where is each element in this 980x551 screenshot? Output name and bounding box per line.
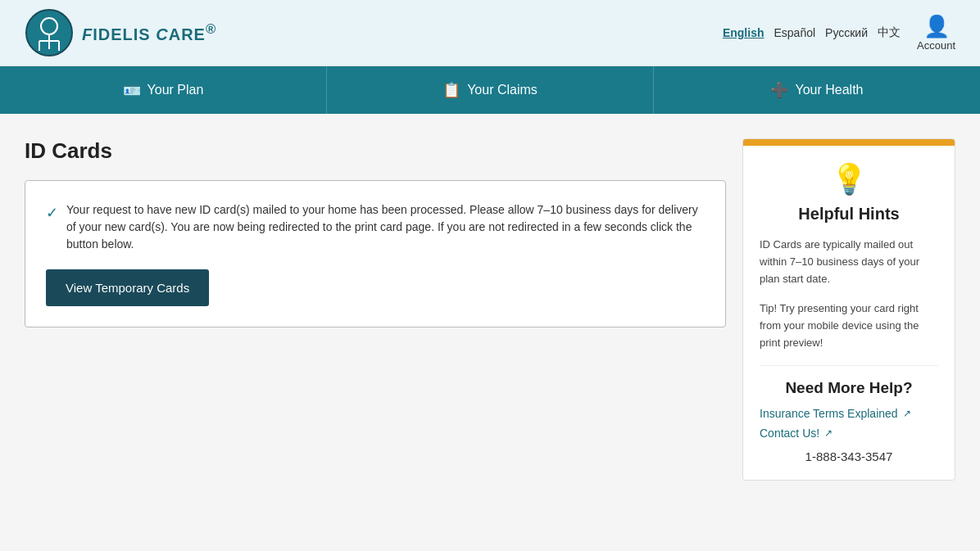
main-content: ID Cards ✓ Your request to have new ID c… [0, 114, 980, 505]
nav-your-claims[interactable]: 📋 Your Claims [327, 66, 654, 114]
lang-russian[interactable]: Русский [825, 26, 868, 39]
account-icon: 👤 [923, 14, 950, 39]
your-health-icon: ➕ [770, 81, 788, 99]
account-label: Account [917, 39, 955, 52]
lightbulb-icon: 💡 [760, 162, 938, 196]
header: FIDELIS CARE® English Español Русский 中文… [0, 0, 980, 66]
nav-your-claims-label: Your Claims [467, 83, 538, 97]
helpful-hints-sidebar: 💡 Helpful Hints ID Cards are typically m… [742, 138, 955, 481]
insurance-terms-label: Insurance Terms Explained [760, 407, 898, 420]
nav-your-health-label: Your Health [795, 83, 863, 97]
logo-trademark: ® [206, 21, 216, 37]
button-area: View Temporary Cards [46, 269, 705, 306]
insurance-terms-link[interactable]: Insurance Terms Explained ↗ [760, 407, 938, 420]
main-nav: 🪪 Your Plan 📋 Your Claims ➕ Your Health [0, 66, 980, 114]
view-temporary-cards-button[interactable]: View Temporary Cards [46, 269, 209, 306]
nav-your-health[interactable]: ➕ Your Health [654, 66, 980, 114]
hint-text-1: ID Cards are typically mailed out within… [760, 237, 938, 287]
alert-message-area: ✓ Your request to have new ID card(s) ma… [46, 201, 705, 253]
check-circle-icon: ✓ [46, 202, 58, 224]
lang-english[interactable]: English [723, 26, 764, 39]
lang-espanol[interactable]: Español [774, 26, 815, 39]
nav-your-plan-label: Your Plan [147, 83, 204, 97]
contact-us-link[interactable]: Contact Us! ↗ [760, 427, 938, 440]
alert-text: Your request to have new ID card(s) mail… [66, 201, 705, 253]
contact-us-label: Contact Us! [760, 427, 819, 440]
external-link-icon-contact: ↗ [824, 427, 833, 439]
need-more-help-title: Need More Help? [760, 379, 938, 397]
page-title: ID Cards [25, 138, 726, 164]
content-area: ID Cards ✓ Your request to have new ID c… [25, 138, 726, 481]
sidebar-accent-bar [743, 139, 955, 146]
sidebar-card: 💡 Helpful Hints ID Cards are typically m… [742, 138, 955, 481]
your-claims-icon: 📋 [442, 81, 461, 99]
fidelis-logo-icon [25, 8, 74, 57]
external-link-icon-insurance: ↗ [903, 408, 911, 419]
account-menu[interactable]: 👤 Account [917, 14, 955, 52]
language-selector: English Español Русский 中文 [723, 25, 901, 40]
logo-brand-name: FIDELIS CARE® [82, 25, 216, 43]
phone-number: 1-888-343-3547 [760, 449, 938, 463]
sidebar-body: 💡 Helpful Hints ID Cards are typically m… [743, 146, 955, 480]
alert-box: ✓ Your request to have new ID card(s) ma… [25, 180, 726, 327]
lang-chinese[interactable]: 中文 [878, 25, 901, 40]
hint-text-2: Tip! Try presenting your card right from… [760, 300, 938, 351]
nav-your-plan[interactable]: 🪪 Your Plan [0, 66, 327, 114]
logo-area: FIDELIS CARE® [25, 8, 216, 57]
helpful-hints-title: Helpful Hints [760, 205, 938, 224]
header-right: English Español Русский 中文 👤 Account [723, 14, 955, 52]
logo-text: FIDELIS CARE® [82, 21, 216, 44]
your-plan-icon: 🪪 [123, 81, 141, 99]
sidebar-divider [760, 365, 938, 366]
